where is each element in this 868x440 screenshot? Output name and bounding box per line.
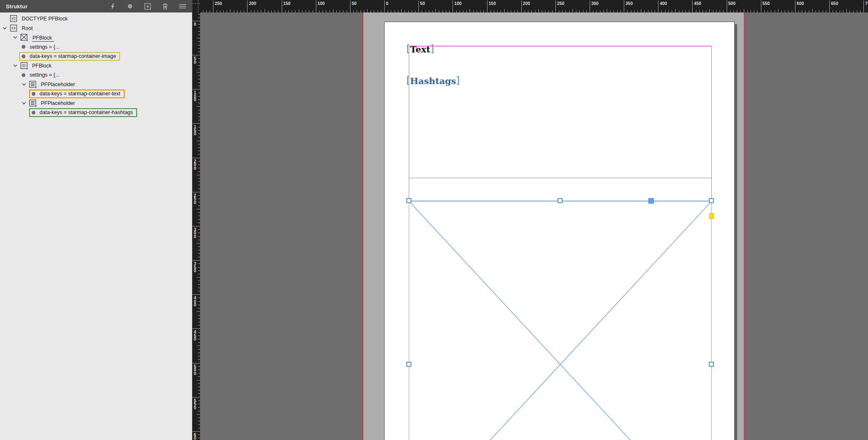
ruler-tick: [727, 0, 727, 12]
trash-icon[interactable]: [161, 2, 169, 10]
ruler-tick: [197, 311, 200, 312]
tree-element-row[interactable]: Root: [0, 24, 192, 33]
ruler-label: 700: [865, 1, 868, 6]
record-circle-icon[interactable]: [126, 2, 134, 10]
tree-element-row[interactable]: DOCTYPE PFBlock: [0, 14, 192, 24]
vertical-ruler[interactable]: 05 01 0 01 5 02 0 02 5 03 0 03 5 04 0 04…: [193, 12, 200, 440]
ruler-label: 2 0 0: [194, 159, 196, 170]
attribute-bullet-icon: [22, 55, 25, 58]
ruler-tick: [487, 0, 488, 12]
ruler-tick: [641, 9, 641, 12]
ruler-label: 4 0 0: [194, 296, 196, 307]
text-frame-bottom-edge: [409, 178, 712, 178]
ruler-origin-corner[interactable]: [193, 0, 200, 12]
hashtags-placeholder[interactable]: [Hashtags]: [406, 76, 460, 86]
chevron-down-icon[interactable]: [3, 26, 10, 31]
ruler-tick: [193, 55, 200, 55]
bleed-guide-right: [744, 12, 745, 440]
ruler-label: 5 0 0: [194, 365, 196, 375]
tree-attribute-row[interactable]: data-keys = starmap-container-text: [0, 89, 192, 99]
selection-handle-ne[interactable]: [709, 198, 714, 203]
tree-element-label: PFBlock: [32, 63, 52, 69]
ruler-tick: [401, 9, 402, 12]
attribute-bullet-icon: [32, 92, 35, 96]
ruler-tick: [761, 0, 761, 12]
ruler-label: 200: [249, 1, 256, 6]
text-placeholder[interactable]: [Text]: [406, 44, 434, 55]
ruler-label: 50: [420, 1, 425, 6]
ruler-tick: [658, 0, 658, 12]
chevron-down-icon[interactable]: [22, 82, 29, 87]
ruler-tick: [197, 72, 200, 72]
tree-element-row[interactable]: PFPlaceholder: [0, 80, 192, 89]
chevron-down-icon[interactable]: [13, 63, 20, 68]
corner-radius-handle[interactable]: [709, 213, 714, 219]
ruler-tick: [607, 9, 607, 12]
ruler-label: 6 0 0: [194, 433, 196, 440]
ruler-label: 2 5 0: [194, 194, 196, 204]
ruler-tick: [197, 175, 200, 175]
panel-menu-icon[interactable]: [179, 2, 186, 10]
ruler-label: 50: [352, 1, 357, 6]
ruler-tick: [435, 9, 436, 12]
document-canvas[interactable]: [Text] [Hashtags]: [200, 12, 868, 440]
tree-attribute-label: data-keys = starmap-container-image: [30, 53, 116, 59]
chevron-down-icon[interactable]: [22, 101, 29, 106]
horizontal-ruler[interactable]: 2502001501005005010015020025030035040045…: [193, 0, 868, 12]
ruler-tick: [573, 9, 573, 12]
tree-element-row[interactable]: PFBlock: [0, 61, 192, 71]
ruler-tick: [316, 0, 316, 12]
chevron-down-icon[interactable]: [13, 35, 20, 40]
selection-handle-n[interactable]: [558, 198, 563, 203]
ruler-tick: [193, 431, 200, 432]
tree-element-row[interactable]: PFPlaceholder: [0, 99, 192, 108]
tree-attribute-label: data-keys = starmap-container-hashtags: [40, 109, 133, 115]
ruler-tick: [193, 260, 200, 261]
ruler-label: 3 5 0: [194, 262, 196, 273]
tree-element-label: DOCTYPE PFBlock: [22, 16, 68, 22]
lightning-icon[interactable]: [109, 2, 116, 10]
ruler-tick: [538, 9, 539, 12]
ruler-label: 550: [763, 1, 770, 6]
ruler-label: 400: [660, 1, 667, 6]
tree-attribute-row[interactable]: data-keys = starmap-container-image: [0, 52, 192, 61]
ruler-label: 200: [523, 1, 530, 6]
structure-panel: Struktur DOCTYPE PFBlockRootPFBlocksetti…: [0, 0, 193, 440]
tree-element-row[interactable]: PFBlock: [0, 33, 192, 42]
ruler-tick: [744, 9, 744, 12]
ruler-tick: [197, 277, 200, 278]
selection-handle-nw[interactable]: [406, 198, 411, 203]
ruler-tick: [778, 9, 778, 12]
ruler-label: 650: [831, 1, 838, 6]
attribute-highlight-box: data-keys = starmap-container-hashtags: [29, 108, 137, 117]
ruler-tick: [470, 9, 470, 12]
ruler-tick: [795, 0, 795, 12]
add-element-icon[interactable]: [144, 2, 151, 10]
ruler-tick: [709, 9, 710, 12]
tag-open-bracket-icon: [: [406, 43, 410, 54]
tree-attribute-row[interactable]: settings = {...: [0, 70, 192, 80]
ruler-label: 250: [557, 1, 565, 6]
origin-marker-vertical: [198, 0, 198, 12]
selection-handle-filled[interactable]: [648, 198, 654, 204]
ruler-label: 300: [591, 1, 599, 6]
selection-handle-e[interactable]: [709, 362, 714, 367]
ruler-label: 1 5 0: [194, 125, 196, 136]
tree-attribute-row[interactable]: settings = {...: [0, 42, 192, 52]
ruler-tick: [193, 328, 200, 329]
ruler-label: 4 5 0: [194, 330, 196, 341]
selected-image-frame[interactable]: [409, 201, 712, 440]
ruler-tick: [829, 0, 830, 12]
tag-open-bracket-icon: [: [406, 75, 410, 86]
tree-attribute-row[interactable]: data-keys = starmap-container-hashtags: [0, 108, 192, 117]
ruler-tick: [197, 141, 200, 141]
placeholder-icon: [29, 99, 37, 107]
ruler-label: 5 5 0: [194, 399, 196, 410]
ruler-label: 350: [625, 1, 633, 6]
ruler-label: 150: [489, 1, 496, 6]
ruler-tick: [197, 346, 200, 346]
attribute-bullet-icon: [22, 73, 25, 77]
xml-structure-tree: DOCTYPE PFBlockRootPFBlocksettings = {..…: [0, 12, 192, 440]
ruler-label: 3 0 0: [194, 228, 196, 239]
selection-handle-w[interactable]: [406, 362, 411, 367]
